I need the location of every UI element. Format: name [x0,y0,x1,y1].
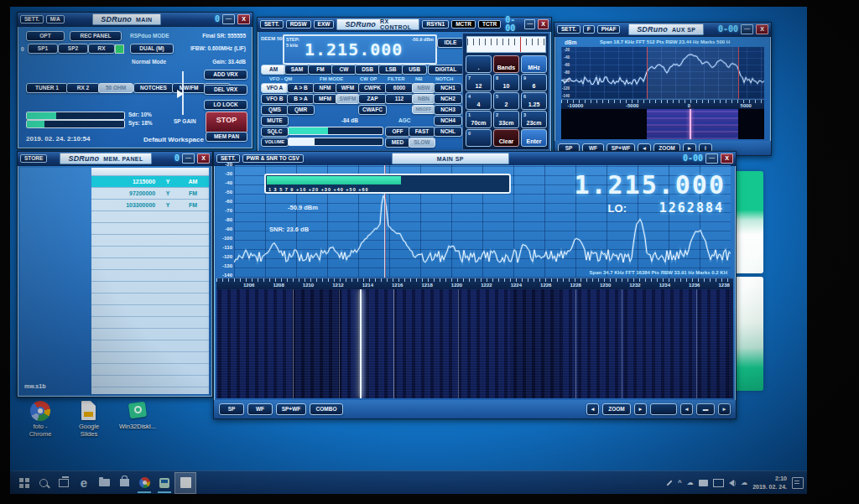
volume-slider[interactable] [288,138,383,146]
sp2-button[interactable]: SP2 [58,44,88,54]
minimize-button[interactable]: — [182,153,195,164]
cwafc-button[interactable]: CWAFC [358,105,387,115]
mfm-button[interactable]: MFM [313,94,337,104]
store-button[interactable] [114,473,134,493]
sp-combo-button[interactable]: COMBO [310,403,343,415]
qms-button[interactable]: QMS [261,105,289,115]
mem-row-empty[interactable] [91,294,209,305]
volume-button[interactable]: VOLUME [261,138,289,147]
onedrive-cloud-icon[interactable]: ☁ [687,479,694,486]
nch3-button[interactable]: NCH3 [434,105,462,115]
mem-row-empty[interactable] [91,270,209,282]
minimize-button[interactable]: — [705,153,718,164]
sett-button[interactable]: SETT. [260,20,284,29]
mode-am-button[interactable]: AM [261,65,286,75]
agc-off-button[interactable]: OFF [385,127,410,137]
aux-waterfall[interactable] [561,109,764,139]
a-to-b-button[interactable]: A > B [287,83,315,93]
key-3-23cm[interactable]: 323cm [521,111,547,128]
cwpk-button[interactable]: CWPK [358,83,387,93]
mem-row-empty[interactable] [91,282,209,294]
tray-folder-icon[interactable] [699,480,708,486]
filter-112-button[interactable]: 112 [385,94,414,104]
rsyn1-button[interactable]: RSYN1 [422,20,449,29]
f-button[interactable]: F [583,25,595,34]
key-6-125m[interactable]: 61.25 [521,92,547,110]
task-view-button[interactable] [54,473,74,493]
search-button[interactable] [34,473,54,493]
squelch-slider[interactable] [288,127,383,135]
nch1-button[interactable]: NCH1 [434,83,462,93]
key-enter[interactable]: Enter [521,129,547,147]
sp-sp-button[interactable]: SP [219,403,244,415]
vfo-b-button[interactable]: VFO B [261,94,289,104]
taskbar-clock[interactable]: 2:10 2019. 02. 24. [752,475,787,490]
agc-slow-button[interactable]: SLOW [409,138,435,148]
mem-row-empty[interactable] [91,340,209,352]
network-cloud-icon[interactable]: ☁ [741,479,747,486]
sp-frequency-axis[interactable]: 12061208 12101212 12141216 12181220 1222… [216,278,733,290]
sp-scroll-left-button[interactable]: ◄ [680,403,693,415]
key-8-10m[interactable]: 810 [493,74,519,91]
mode-usb-button[interactable]: USB [402,65,427,75]
store-button[interactable]: STORE [20,154,47,164]
mode-cw-button[interactable]: CW [331,65,357,75]
sp-scroll-right-button[interactable]: ► [718,403,731,415]
taskbar-chrome-button[interactable] [134,473,154,493]
close-button[interactable]: X [538,19,549,29]
desktop-icon-google-slides[interactable]: Google Slides [70,401,107,438]
mem-row-empty[interactable] [91,387,209,394]
nbn-button[interactable]: NBN [412,94,435,104]
sp1-button[interactable]: SP1 [28,44,58,54]
nbw-button[interactable]: NBW [412,83,435,93]
ohm-button[interactable]: 50 OHM [98,83,133,93]
sp-zoom-out-button[interactable]: ◄ [586,403,599,415]
mem-row[interactable]: 103300000 Y FM [91,200,209,211]
mode-fm-button[interactable]: FM [308,65,333,75]
agc-fast-button[interactable]: FAST [409,127,435,137]
sett-button[interactable]: SETT. [20,15,44,24]
minimize-button[interactable]: — [222,14,235,24]
desktop-icon-win32diskimager[interactable]: Win32DiskI... [119,401,156,430]
sp-spwf-button[interactable]: SP+WF [276,403,306,415]
key-9-6m[interactable]: 96 [521,74,547,91]
idle-button[interactable]: IDLE [437,38,464,48]
aux-passband-right-edge[interactable] [738,47,739,99]
lo-lock-button[interactable]: LO LOCK [204,100,247,110]
sp-waterfall[interactable] [216,289,733,398]
opt-button[interactable]: OPT [26,31,65,41]
sp-scroll-thumb[interactable]: ▬ [696,403,715,415]
ma-button[interactable]: M/A [46,15,65,24]
mem-left-pane[interactable]: mw.s1b [20,168,91,394]
taskbar-sdruno-button-active[interactable] [174,472,196,494]
file-explorer-button[interactable] [94,473,114,493]
qmr-button[interactable]: QMR [287,105,315,115]
nfm-button[interactable]: NFM [313,83,337,93]
key-5-2m[interactable]: 52 [493,92,519,110]
tray-chevron-icon[interactable]: ^ [678,479,682,486]
nch2-button[interactable]: NCH2 [434,94,462,104]
mem-row-empty[interactable] [91,211,209,223]
sqlc-button[interactable]: SQLC [261,127,289,137]
agc-med-button[interactable]: MED [385,138,410,148]
sp-res-button[interactable] [650,403,677,415]
rdsw-button[interactable]: RDSW [286,20,311,29]
mem-row-empty[interactable] [91,258,209,270]
key-4-4m[interactable]: 44 [466,92,492,110]
sp-zoom-in-button[interactable]: ► [634,403,647,415]
mem-row-empty[interactable] [91,235,209,247]
action-center-icon[interactable] [792,477,804,489]
b-to-a-button[interactable]: B > A [287,94,315,104]
mem-row-empty[interactable] [91,317,209,329]
mem-row-empty[interactable] [91,352,209,364]
frequency-display[interactable]: STEP: 5 kHz 1.215.000 -50.9 dBm [283,34,437,65]
sp-wf-button[interactable]: WF [247,403,273,415]
aux-passband-left-edge[interactable] [647,47,648,99]
mem-row-empty[interactable] [91,376,209,387]
csv-button[interactable]: PWR & SNR TO CSV [242,154,304,164]
mem-row-selected[interactable]: 1215000 Y AM [91,176,209,188]
mute-button[interactable]: MUTE [261,116,289,126]
start-button[interactable] [13,473,34,493]
pen-icon[interactable] [667,480,673,486]
mem-table[interactable]: 1215000 Y AM 97200000 Y FM 103300000 Y F… [91,168,209,394]
